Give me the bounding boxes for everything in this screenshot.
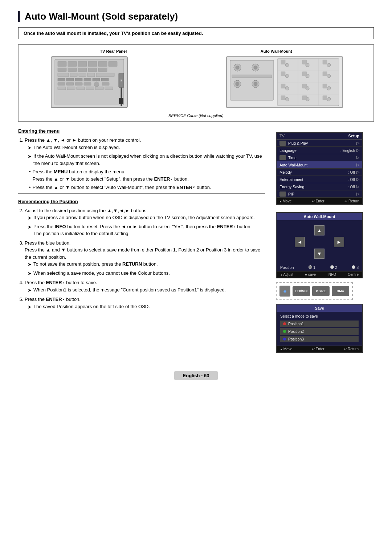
step4-arrow1: ➤ When Position1 is selected, the messag…	[28, 286, 265, 294]
svg-point-49	[254, 82, 257, 86]
arrow-symbol-3: ➤	[28, 214, 32, 222]
remote-ttxmix-label: TTX/MIX	[295, 289, 308, 293]
step1-arrow2: ➤ If the Auto Wall-Mount screen is not d…	[28, 153, 265, 167]
osd-setup: TV Setup Plug & Play ▷ Language : Englis…	[276, 132, 363, 205]
osd-setup-header: TV Setup	[277, 133, 362, 140]
osd-label-autowallmount: Auto Wall-Mount	[279, 163, 355, 167]
step4-arrow1-text: When Position1 is selected, the message …	[33, 286, 226, 294]
remote-ttxmix-btn[interactable]: TTX/MIX	[293, 286, 310, 296]
step3-arrow2-text: When selecting a save mode, you cannot u…	[33, 270, 170, 277]
svg-rect-3	[68, 61, 77, 67]
osd-label-entertainment: Entertainment	[279, 177, 348, 182]
remote-buttons-container: ◉ TTX/MIX P.SIZE DMA	[276, 282, 353, 300]
osd-pos1: 1	[309, 265, 315, 270]
svg-point-60	[285, 74, 289, 78]
osd-save-footer-move: ⬥ Move	[280, 347, 292, 351]
osd-pos2: 2	[330, 265, 337, 270]
page-title: Auto Wall-Mount (Sold separately)	[25, 11, 374, 22]
osd-pos2-save-dot	[283, 330, 286, 333]
osd-icon-time	[279, 155, 286, 160]
osd-label-time: Time	[288, 156, 355, 160]
svg-rect-19	[66, 78, 74, 81]
osd-up-arrow[interactable]: ▲	[314, 225, 324, 235]
osd-arrow-down-btn[interactable]: ▼	[314, 249, 324, 259]
arrow-symbol-6: ➤	[28, 270, 32, 277]
osd-row-time: Time ▷	[277, 154, 362, 161]
osd-pos2-save-label: Position2	[288, 329, 304, 334]
svg-rect-31	[67, 87, 75, 90]
remote-blue-btn[interactable]: ◉	[279, 286, 290, 297]
osd-awm-header: Auto Wall-Mount	[277, 213, 362, 220]
osd-pos1-save-dot	[283, 322, 286, 325]
svg-point-66	[285, 97, 289, 101]
svg-rect-29	[102, 82, 109, 85]
osd-arrow-language: ▷	[356, 148, 359, 153]
step1-bullet2-text: Press the ▲ or ▼ button to select "Auto …	[33, 184, 211, 191]
remote-blue-label: ◉	[283, 289, 286, 293]
step1-bullet2: • Press the ▲ or ▼ button to select "Aut…	[29, 184, 265, 191]
step3-detail: Press the ▲ and ▼ buttons to select a sa…	[25, 247, 260, 260]
arrow-symbol-8: ➤	[28, 303, 32, 311]
svg-rect-69	[281, 60, 285, 64]
bullet-sym-2: •	[29, 184, 31, 191]
osd-arrow-left-btn[interactable]: ◄	[295, 237, 305, 247]
section1-heading: Entering the menu	[18, 128, 265, 134]
svg-rect-20	[75, 78, 82, 81]
osd-row-entertainment: Entertainment : Off ▷	[277, 176, 362, 183]
osd-save-footer-return: ↩ Return	[344, 347, 359, 351]
step2-arrow1-text: If you press an arrow button when no OSD…	[33, 214, 255, 221]
svg-rect-4	[78, 61, 87, 67]
osd-arrow-right-btn[interactable]: ►	[334, 237, 344, 247]
remote-dma-btn[interactable]: DMA	[332, 286, 349, 296]
svg-rect-18	[58, 78, 65, 81]
osd-tv-label: TV	[279, 134, 319, 138]
step1: Press the ▲, ▼, ◄ or ► button on your re…	[25, 137, 265, 191]
step2-arrow2-text: Press the INFO button to reset. Press th…	[33, 223, 252, 237]
osd-value-melody: : Off	[348, 170, 355, 174]
osd-down-arrow[interactable]: ▼	[314, 249, 324, 259]
osd-pos3-dot	[352, 265, 355, 269]
osd-save-body: Select a mode to save Position1 Position…	[277, 312, 362, 346]
svg-point-59	[327, 63, 331, 67]
step1-arrow1-text: The Auto Wall-Mount screen is displayed.	[33, 144, 120, 151]
svg-rect-30	[58, 87, 66, 90]
svg-point-57	[285, 63, 289, 67]
osd-awm: Auto Wall-Mount ▲ ◄ ► ▼ Po	[276, 212, 363, 278]
osd-save-option-2: Position2	[280, 328, 359, 335]
osd-row-melody: Melody : Off ▷	[277, 169, 362, 176]
step4-text: Press the ENTER⍣ button to save.	[25, 280, 97, 285]
osd-row-energysaving: Energy Saving : Off ▷	[277, 183, 362, 190]
step3-arrow1: ➤ To not save the current position, pres…	[28, 261, 265, 268]
arrow-symbol-2: ➤	[28, 153, 32, 160]
osd-pos3-save-dot	[283, 338, 286, 340]
step4: Press the ENTER⍣ button to save. ➤ When …	[25, 279, 265, 294]
osd-label-melody: Melody	[279, 170, 348, 174]
svg-rect-9	[68, 68, 77, 72]
osd-save-header: Save	[277, 305, 362, 312]
osd-awm-adjust: ⬥ Adjust	[280, 273, 293, 277]
osd-row-pip: PIP ▷	[277, 190, 362, 198]
osd-pos3: 3	[352, 265, 359, 270]
osd-arrow-up-btn[interactable]: ▲	[314, 225, 324, 235]
osd-value-language: : English	[340, 148, 355, 153]
svg-rect-2	[58, 61, 66, 67]
svg-rect-10	[78, 68, 87, 72]
osd-save-option-3: Position3	[280, 336, 359, 342]
remote-psize-btn[interactable]: P.SIZE	[312, 286, 330, 296]
page-footer: English - 63	[18, 367, 374, 380]
svg-rect-35	[105, 87, 113, 90]
diagram-label-left: TV Rear Panel	[100, 49, 127, 53]
svg-rect-78	[281, 96, 285, 100]
osd-arrow-pip: ▷	[356, 192, 359, 196]
osd-footer-return: ↩ Return	[344, 199, 359, 203]
osd-awm-save: ● save	[305, 273, 316, 277]
osd-icon-pip	[279, 192, 286, 197]
svg-rect-5	[88, 61, 97, 67]
osd-awm-arrows-layout: ▲ ◄ ► ▼	[295, 225, 344, 259]
svg-point-63	[285, 86, 289, 90]
osd-label-pip: PIP	[288, 192, 355, 196]
section2-list: Adjust to the desired position using the…	[18, 207, 265, 311]
step3-arrow1-text: To not save the current position, press …	[33, 261, 158, 268]
svg-rect-73	[302, 72, 307, 76]
svg-point-43	[236, 66, 239, 69]
